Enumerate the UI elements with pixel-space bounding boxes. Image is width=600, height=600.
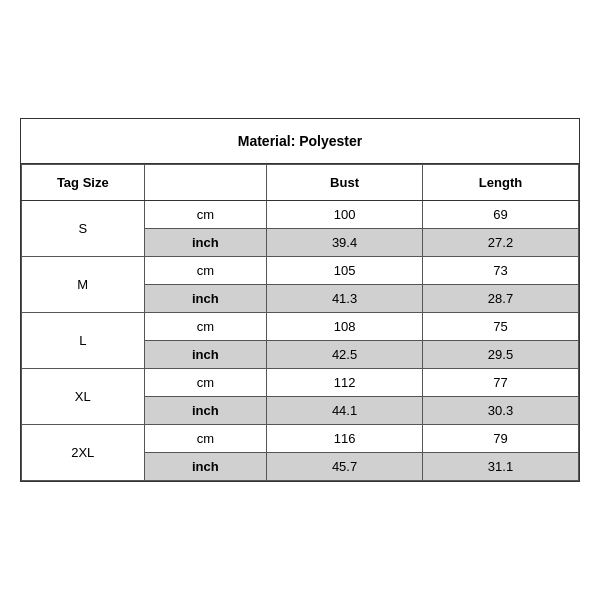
bust-inch: 42.5 (267, 341, 423, 369)
unit-cm: cm (144, 425, 267, 453)
chart-title: Material: Polyester (21, 119, 579, 164)
unit-cm: cm (144, 313, 267, 341)
unit-cm: cm (144, 369, 267, 397)
bust-cm: 116 (267, 425, 423, 453)
header-unit (144, 165, 267, 201)
bust-cm: 108 (267, 313, 423, 341)
size-label: L (22, 313, 145, 369)
length-cm: 79 (423, 425, 579, 453)
bust-cm: 112 (267, 369, 423, 397)
length-inch: 28.7 (423, 285, 579, 313)
size-label: 2XL (22, 425, 145, 481)
size-label: M (22, 257, 145, 313)
size-label: XL (22, 369, 145, 425)
table-row: XL cm 112 77 (22, 369, 579, 397)
unit-inch: inch (144, 341, 267, 369)
table-row: 2XL cm 116 79 (22, 425, 579, 453)
size-table: Tag Size Bust Length S cm 100 69 inch 39… (21, 164, 579, 481)
bust-inch: 44.1 (267, 397, 423, 425)
header-length: Length (423, 165, 579, 201)
unit-inch: inch (144, 453, 267, 481)
bust-inch: 39.4 (267, 229, 423, 257)
header-bust: Bust (267, 165, 423, 201)
length-inch: 29.5 (423, 341, 579, 369)
unit-inch: inch (144, 285, 267, 313)
length-cm: 75 (423, 313, 579, 341)
length-cm: 69 (423, 201, 579, 229)
length-inch: 27.2 (423, 229, 579, 257)
unit-inch: inch (144, 397, 267, 425)
table-row: S cm 100 69 (22, 201, 579, 229)
size-chart-container: Material: Polyester Tag Size Bust Length… (20, 118, 580, 482)
unit-cm: cm (144, 257, 267, 285)
size-label: S (22, 201, 145, 257)
length-cm: 77 (423, 369, 579, 397)
bust-cm: 105 (267, 257, 423, 285)
bust-cm: 100 (267, 201, 423, 229)
table-header-row: Tag Size Bust Length (22, 165, 579, 201)
length-inch: 31.1 (423, 453, 579, 481)
table-row: L cm 108 75 (22, 313, 579, 341)
unit-inch: inch (144, 229, 267, 257)
length-cm: 73 (423, 257, 579, 285)
length-inch: 30.3 (423, 397, 579, 425)
unit-cm: cm (144, 201, 267, 229)
bust-inch: 41.3 (267, 285, 423, 313)
header-tag-size: Tag Size (22, 165, 145, 201)
bust-inch: 45.7 (267, 453, 423, 481)
table-row: M cm 105 73 (22, 257, 579, 285)
